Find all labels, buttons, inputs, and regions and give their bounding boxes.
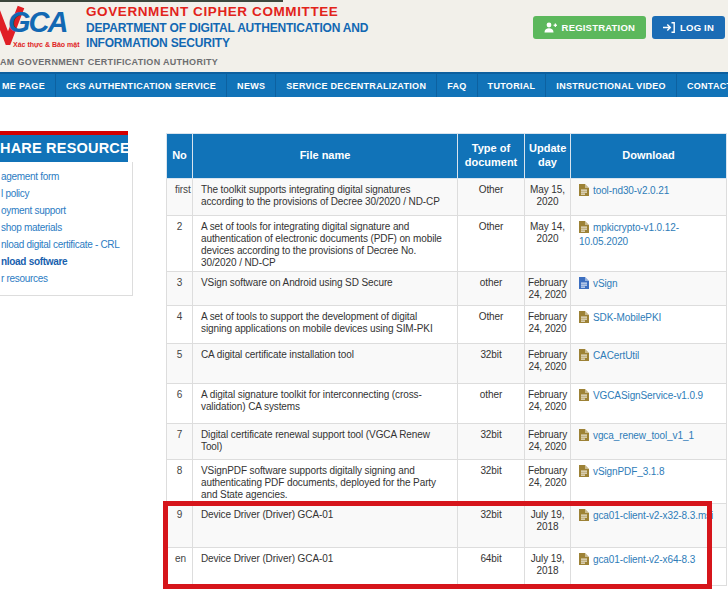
download-link[interactable]: gca01-client-v2-x32-8.3.msi — [593, 510, 713, 521]
row-no: 4 — [167, 306, 193, 344]
update-date: May 14, 2020 — [525, 216, 571, 272]
download-link[interactable]: mpkicrypto-v1.0.12-10.05.2020 — [579, 222, 679, 247]
nav-item-instructional-video[interactable]: INSTRUCTIONAL VIDEO — [546, 74, 677, 97]
download-cell: tool-nd30-v2.0.21 — [571, 179, 727, 216]
download-cell: vgca_renew_tool_v1_1 — [571, 424, 727, 460]
row-no: 2 — [167, 216, 193, 272]
update-date: July 19, 2018 — [525, 504, 571, 548]
person-plus-icon — [544, 22, 557, 33]
download-link[interactable]: vgca_renew_tool_v1_1 — [593, 430, 694, 441]
column-header-file-name: File name — [193, 134, 458, 179]
nav-item-me-page[interactable]: ME PAGE — [0, 74, 56, 97]
file-name: CA digital certificate installation tool — [193, 344, 458, 384]
vgca-logo[interactable]: GCA Xác thực & Bảo mật — [0, 3, 86, 55]
header-buttons: REGISTRATION LOG IN — [533, 16, 725, 39]
file-icon — [579, 429, 589, 444]
sidebar-title: HARE RESOURCES — [0, 135, 128, 162]
downloads-table: NoFile nameType of documentUpdate dayDow… — [166, 133, 727, 586]
table-row: 4A set of tools to support the developme… — [167, 306, 727, 344]
download-link[interactable]: CACertUtil — [593, 350, 639, 361]
file-icon — [579, 311, 589, 326]
file-icon — [579, 553, 589, 568]
doc-type: Other — [458, 216, 525, 272]
file-name: Device Driver (Driver) GCA-01 — [193, 504, 458, 548]
update-date: February 24, 2020 — [525, 424, 571, 460]
download-cell: SDK-MobilePKI — [571, 306, 727, 344]
file-name: A digital signature toolkit for intercon… — [193, 384, 458, 424]
doc-type: 64bit — [458, 548, 525, 586]
sidebar-menu: agement forml policyoyment supportshop m… — [0, 162, 133, 296]
file-icon — [579, 277, 589, 292]
registration-button[interactable]: REGISTRATION — [533, 16, 646, 39]
sidebar-item-r-resources[interactable]: r resources — [0, 270, 132, 287]
nav-item-contact[interactable]: CONTACT — [677, 74, 728, 97]
main-nav: ME PAGECKS AUTHENTICATION SERVICENEWSSER… — [0, 72, 728, 97]
sidebar-item-nload-digital-certificate-crl[interactable]: nload digital certificate - CRL — [0, 236, 132, 253]
sidebar-item-shop-materials[interactable]: shop materials — [0, 219, 132, 236]
file-name: A set of tools to support the developmen… — [193, 306, 458, 344]
login-arrow-icon — [663, 22, 675, 33]
sidebar-item-agement-form[interactable]: agement form — [0, 168, 132, 185]
download-cell: VGCASignService-v1.0.9 — [571, 384, 727, 424]
registration-label: REGISTRATION — [562, 22, 635, 33]
row-no: 9 — [167, 504, 193, 548]
row-no: 6 — [167, 384, 193, 424]
downloads-table-body: firstThe toolkit supports integrating di… — [167, 179, 727, 586]
download-cell: gca01-client-v2-x64-8.3 — [571, 548, 727, 586]
file-name: VSign software on Android using SD Secur… — [193, 272, 458, 306]
update-date: February 24, 2020 — [525, 306, 571, 344]
row-no: 8 — [167, 460, 193, 504]
file-icon — [579, 389, 589, 404]
download-link[interactable]: vSign — [593, 278, 618, 289]
download-link[interactable]: gca01-client-v2-x64-8.3 — [593, 554, 695, 565]
download-cell: CACertUtil — [571, 344, 727, 384]
file-icon — [579, 184, 589, 199]
nav-item-cks-authentication-service[interactable]: CKS AUTHENTICATION SERVICE — [56, 74, 227, 97]
nav-item-faq[interactable]: FAQ — [437, 74, 477, 97]
logo-text: GCA — [8, 5, 66, 39]
authority-subtitle: AM GOVERNMENT CERTIFICATION AUTHORITY — [0, 57, 218, 67]
file-icon — [579, 465, 589, 480]
login-button[interactable]: LOG IN — [652, 16, 725, 39]
download-link[interactable]: tool-nd30-v2.0.21 — [593, 185, 669, 196]
sidebar-item-l-policy[interactable]: l policy — [0, 185, 132, 202]
top-edge-strip — [0, 0, 283, 2]
row-no: 5 — [167, 344, 193, 384]
nav-item-news[interactable]: NEWS — [227, 74, 276, 97]
file-name: VSignPDF software supports digitally sig… — [193, 460, 458, 504]
table-row: 7Digital certificate renewal support too… — [167, 424, 727, 460]
file-icon — [579, 509, 589, 524]
table-row: 6A digital signature toolkit for interco… — [167, 384, 727, 424]
doc-type: other — [458, 384, 525, 424]
sidebar-item-oyment-support[interactable]: oyment support — [0, 202, 132, 219]
row-no: en — [167, 548, 193, 586]
update-date: July 19, 2018 — [525, 548, 571, 586]
table-row: 3VSign software on Android using SD Secu… — [167, 272, 727, 306]
doc-type: Other — [458, 179, 525, 216]
table-row: 8VSignPDF software supports digitally si… — [167, 460, 727, 504]
sidebar-item-nload-software[interactable]: nload software — [0, 253, 132, 270]
doc-type: 32bit — [458, 504, 525, 548]
update-date: February 24, 2020 — [525, 460, 571, 504]
download-link[interactable]: VGCASignService-v1.0.9 — [593, 390, 703, 401]
row-no: first — [167, 179, 193, 216]
download-cell: mpkicrypto-v1.0.12-10.05.2020 — [571, 216, 727, 272]
doc-type: other — [458, 272, 525, 306]
download-link[interactable]: SDK-MobilePKI — [593, 312, 661, 323]
download-cell: gca01-client-v2-x32-8.3.msi — [571, 504, 727, 548]
department-title-line1: DEPARTMENT OF DIGITAL AUTHENTICATION AND — [86, 21, 368, 36]
file-name: The toolkit supports integrating digital… — [193, 179, 458, 216]
download-link[interactable]: vSignPDF_3.1.8 — [593, 466, 664, 477]
download-cell: vSign — [571, 272, 727, 306]
doc-type: Other — [458, 306, 525, 344]
row-no: 3 — [167, 272, 193, 306]
file-name: Digital certificate renewal support tool… — [193, 424, 458, 460]
column-header-no: No — [167, 134, 193, 179]
file-icon — [579, 349, 589, 364]
table-header-row: NoFile nameType of documentUpdate dayDow… — [167, 134, 727, 179]
department-title-line2: INFORMATION SECURITY — [86, 36, 368, 51]
update-date: February 24, 2020 — [525, 344, 571, 384]
nav-item-service-decentralization[interactable]: SERVICE DECENTRALIZATION — [276, 74, 437, 97]
download-cell: vSignPDF_3.1.8 — [571, 460, 727, 504]
nav-item-tutorial[interactable]: TUTORIAL — [478, 74, 547, 97]
